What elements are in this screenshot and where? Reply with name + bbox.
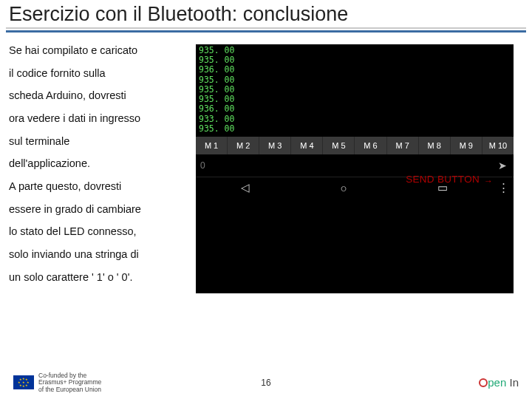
- back-icon[interactable]: ◁: [241, 181, 250, 194]
- footer: Co-funded by the Erasmus+ Programme of t…: [0, 372, 532, 393]
- macro-button[interactable]: M 1: [196, 137, 228, 154]
- para-line: solo inviando una stringa di: [9, 248, 190, 261]
- para-line: ora vedere i dati in ingresso: [9, 112, 190, 125]
- macro-button[interactable]: M 9: [451, 137, 482, 154]
- terminal-line: 935. 00: [199, 124, 511, 134]
- divider-grey: [6, 27, 526, 29]
- macro-button[interactable]: M 4: [291, 137, 323, 154]
- para-line: Se hai compilato e caricato: [9, 44, 190, 57]
- send-button-annotation: SEND BUTTON: [406, 174, 480, 185]
- terminal-line: 935. 00: [199, 55, 511, 65]
- cofund-line: of the European Union: [38, 386, 101, 393]
- eu-cofund: Co-funded by the Erasmus+ Programme of t…: [13, 372, 101, 393]
- para-line: A parte questo, dovresti: [9, 180, 190, 193]
- para-line: lo stato del LED connesso,: [9, 225, 190, 238]
- logo-o-icon: [479, 378, 488, 387]
- phone-screenshot: 935. 00 935. 00 936. 00 935. 00 935. 00 …: [196, 44, 514, 293]
- page-number: 16: [261, 378, 270, 388]
- terminal-line: 935. 00: [199, 95, 511, 104]
- content-area: Se hai compilato e caricato il codice fo…: [0, 33, 532, 296]
- body-text: Se hai compilato e caricato il codice fo…: [9, 44, 190, 293]
- para-line: il codice fornito sulla: [9, 67, 190, 80]
- macro-button[interactable]: M 10: [482, 137, 514, 154]
- home-icon[interactable]: ○: [340, 182, 347, 194]
- macro-button[interactable]: M 5: [323, 137, 355, 154]
- terminal-line: 935. 00: [199, 75, 511, 85]
- para-line: essere in grado di cambiare: [9, 203, 190, 216]
- para-line: un solo carattere ' 1' o ' 0'.: [9, 271, 190, 284]
- command-input[interactable]: 0: [196, 160, 491, 171]
- macro-button[interactable]: M 8: [419, 137, 451, 154]
- terminal-line: 936. 00: [199, 65, 511, 75]
- macro-button[interactable]: M 7: [387, 137, 419, 154]
- menu-icon[interactable]: ⋮: [493, 177, 514, 199]
- macro-button[interactable]: M 6: [355, 137, 386, 154]
- macro-row: M 1 M 2 M 3 M 4 M 5 M 6 M 7 M 8 M 9 M 10: [196, 137, 514, 154]
- terminal-line: 936. 00: [199, 104, 511, 114]
- eu-flag-icon: [13, 375, 34, 389]
- arrow-icon: →: [484, 176, 493, 186]
- terminal-output: 935. 00 935. 00 936. 00 935. 00 935. 00 …: [196, 44, 514, 137]
- terminal-line: 935. 00: [199, 46, 511, 55]
- slide-title: Esercizio con il Bluetooth: conclusione: [0, 0, 532, 27]
- para-line: dell'applicazione.: [9, 157, 190, 170]
- para-line: scheda Arduino, dovresti: [9, 89, 190, 102]
- terminal-line: 933. 00: [199, 115, 511, 124]
- send-button[interactable]: ➤: [491, 160, 514, 171]
- macro-button[interactable]: M 2: [228, 137, 259, 154]
- macro-button[interactable]: M 3: [259, 137, 291, 154]
- openin-logo: pen In: [479, 376, 519, 389]
- para-line: sul terminale: [9, 135, 190, 148]
- terminal-line: 935. 00: [199, 85, 511, 95]
